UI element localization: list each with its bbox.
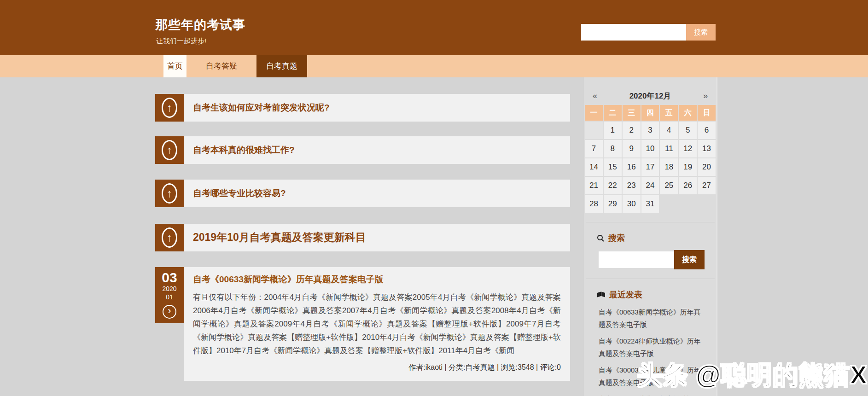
- calendar-widget: « 2020年12月 » 一 二 三 四 五 六 日 1 2 3 4 5 6: [585, 88, 716, 213]
- calendar-week-row: 7 8 9 10 11 12 13: [585, 140, 716, 157]
- sidebar-search-button[interactable]: 搜索: [674, 250, 705, 269]
- calendar-day[interactable]: 10: [641, 140, 659, 157]
- sidebar-search: 搜索: [599, 250, 716, 269]
- calendar-weekday: 日: [698, 105, 716, 121]
- book-icon: [597, 291, 606, 298]
- recent-posts-heading: 最近发表: [597, 289, 716, 300]
- header-search-input[interactable]: [581, 24, 686, 41]
- up-arrow-icon[interactable]: ↑: [155, 224, 184, 251]
- calendar-weekday: 六: [679, 105, 697, 121]
- calendar-prev-button[interactable]: «: [585, 91, 605, 101]
- article-row: ↑ 自考本科真的很难找工作?: [155, 136, 570, 164]
- calendar-day[interactable]: 26: [679, 177, 697, 194]
- article-title-link[interactable]: 自考哪些专业比较容易?: [184, 188, 295, 199]
- calendar-weekday: 四: [641, 105, 659, 121]
- calendar-blank-cell: [679, 195, 697, 213]
- calendar-day[interactable]: 8: [604, 140, 622, 157]
- calendar-day[interactable]: 14: [585, 158, 603, 176]
- calendar-weekday: 三: [623, 105, 641, 121]
- post-date-badge[interactable]: 03 2020 01 ›: [155, 267, 184, 323]
- calendar-day[interactable]: 29: [604, 195, 622, 213]
- calendar-title: 2020年12月: [605, 91, 695, 101]
- nav-tab-home[interactable]: 首页: [163, 55, 186, 77]
- page: 那些年的考试事 让我们一起进步! 搜索 首页 自考答疑 自考真题 ↑ 自考生该如…: [0, 0, 868, 396]
- sidebar-search-input[interactable]: [599, 251, 674, 268]
- post-box: 自考《00633新闻学概论》历年真题及答案电子版 有且仅有以下年份：2004年4…: [184, 267, 570, 381]
- post-date-year: 2020: [155, 285, 184, 293]
- post-row: 03 2020 01 › 自考《00633新闻学概论》历年真题及答案电子版 有且…: [155, 267, 570, 381]
- calendar-day[interactable]: 25: [660, 177, 678, 194]
- calendar-day[interactable]: 2: [623, 122, 641, 139]
- calendar-day[interactable]: 23: [623, 177, 641, 194]
- calendar-day[interactable]: 22: [604, 177, 622, 194]
- main-nav: 首页 自考答疑 自考真题: [0, 55, 868, 77]
- article-row: ↑ 2019年10月自考真题及答案更新科目: [155, 224, 570, 251]
- recent-post-link[interactable]: 自考《00633新闻学概论》历年真题及答案电子版: [599, 306, 707, 331]
- calendar-day[interactable]: 27: [698, 177, 716, 194]
- calendar-next-button[interactable]: »: [695, 91, 716, 101]
- article-title-link[interactable]: 自考本科真的很难找工作?: [184, 145, 304, 156]
- calendar-day[interactable]: 3: [641, 122, 659, 139]
- site-subtitle: 让我们一起进步!: [156, 37, 206, 46]
- calendar-day[interactable]: 13: [698, 140, 716, 157]
- sidebar-divider: [586, 279, 715, 279]
- recent-post-link[interactable]: 自考《00224律师执业概论》历年真题及答案电子版: [599, 335, 707, 360]
- sidebar: « 2020年12月 » 一 二 三 四 五 六 日 1 2 3 4 5 6: [584, 77, 717, 396]
- calendar-day[interactable]: 4: [660, 122, 678, 139]
- watermark: 头条 @聪明的熊猫X: [637, 358, 868, 392]
- calendar-day[interactable]: 18: [660, 158, 678, 176]
- article-title-link[interactable]: 自考生该如何应对考前突发状况呢?: [184, 102, 339, 114]
- calendar-day[interactable]: 9: [623, 140, 641, 157]
- calendar-day[interactable]: 17: [641, 158, 659, 176]
- calendar-day[interactable]: 16: [623, 158, 641, 176]
- calendar-day[interactable]: 30: [623, 195, 641, 213]
- article-box: 自考生该如何应对考前突发状况呢?: [184, 94, 570, 122]
- article-title-link[interactable]: 2019年10月自考真题及答案更新科目: [184, 231, 375, 245]
- calendar-day[interactable]: 19: [679, 158, 697, 176]
- sidebar-search-heading-label: 搜索: [608, 233, 625, 244]
- calendar-week-row: 14 15 16 17 18 19 20: [585, 158, 716, 176]
- up-arrow-icon[interactable]: ↑: [155, 136, 184, 164]
- article-box: 自考哪些专业比较容易?: [184, 180, 570, 207]
- chevron-right-icon: ›: [163, 305, 176, 319]
- site-title[interactable]: 那些年的考试事: [155, 17, 245, 33]
- article-row: ↑ 自考生该如何应对考前突发状况呢?: [155, 94, 570, 122]
- sidebar-divider: [586, 222, 715, 222]
- calendar-day[interactable]: 12: [679, 140, 697, 157]
- calendar-caption: « 2020年12月 »: [585, 88, 716, 103]
- calendar-blank-cell: [698, 195, 716, 213]
- article-row: ↑ 自考哪些专业比较容易?: [155, 180, 570, 207]
- calendar-weekday: 二: [604, 105, 622, 121]
- calendar-day[interactable]: 15: [604, 158, 622, 176]
- calendar-day[interactable]: 28: [585, 195, 603, 213]
- post-date-month: 01: [155, 293, 184, 302]
- calendar-weekday: 五: [660, 105, 678, 121]
- nav-tab-exam-papers[interactable]: 自考真题: [256, 55, 307, 77]
- recent-posts-heading-label: 最近发表: [609, 289, 642, 300]
- calendar-day[interactable]: 31: [641, 195, 659, 213]
- calendar-blank-cell: [660, 195, 678, 213]
- recent-post-link[interactable]: 自考《30002幼儿园教育活动设计与: [599, 393, 707, 396]
- calendar-day[interactable]: 1: [604, 122, 622, 139]
- calendar-weekday-row: 一 二 三 四 五 六 日: [585, 105, 716, 121]
- site-header: 那些年的考试事 让我们一起进步! 搜索: [0, 0, 868, 55]
- calendar-day[interactable]: 7: [585, 140, 603, 157]
- up-arrow-icon[interactable]: ↑: [155, 180, 184, 207]
- calendar-day[interactable]: 20: [698, 158, 716, 176]
- sidebar-search-heading: 搜索: [597, 233, 716, 244]
- up-arrow-icon[interactable]: ↑: [155, 94, 184, 122]
- calendar-day[interactable]: 6: [698, 122, 716, 139]
- calendar-week-row: 28 29 30 31: [585, 195, 716, 213]
- calendar-empty-cell: [585, 122, 603, 139]
- search-icon: [597, 234, 605, 242]
- post-title-link[interactable]: 自考《00633新闻学概论》历年真题及答案电子版: [193, 274, 561, 285]
- calendar-day[interactable]: 11: [660, 140, 678, 157]
- calendar-day[interactable]: 5: [679, 122, 697, 139]
- calendar-week-row: 21 22 23 24 25 26 27: [585, 177, 716, 194]
- article-box: 自考本科真的很难找工作?: [184, 136, 570, 164]
- nav-tab-exam-qa[interactable]: 自考答疑: [197, 55, 246, 77]
- calendar-day[interactable]: 21: [585, 177, 603, 194]
- calendar-day[interactable]: 24: [641, 177, 659, 194]
- header-search-button[interactable]: 搜索: [686, 24, 716, 41]
- calendar-week-row: 1 2 3 4 5 6: [585, 122, 716, 139]
